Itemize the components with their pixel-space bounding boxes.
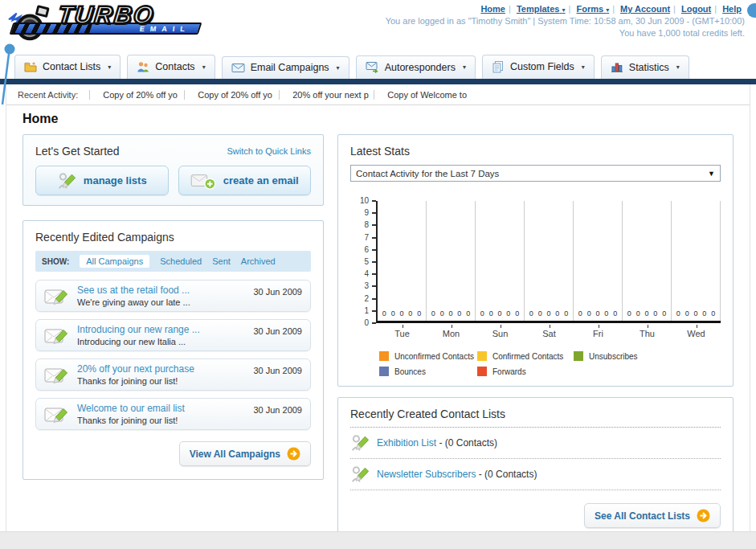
campaigns-panel-title: Recently Edited Campaigns (35, 231, 311, 244)
contact-lists-icon (24, 60, 37, 73)
page-title: Home (22, 112, 734, 126)
chart-plot-area: 00000000000000000000000000000000000 (376, 201, 721, 323)
data-point-label: 0 (578, 309, 582, 318)
data-point-label: 0 (676, 309, 680, 318)
campaign-title-link[interactable]: Introducing our new range ... (77, 324, 246, 335)
chevron-down-icon: ▾ (337, 64, 340, 72)
filter-sent[interactable]: Sent (212, 256, 231, 266)
chart-day-column: 00000 (574, 201, 623, 321)
chevron-down-icon: ▾ (463, 64, 466, 71)
tab-autoresponders[interactable]: Autoresponders▾ (356, 55, 476, 79)
data-point-label: 0 (391, 309, 395, 318)
arrow-right-icon (287, 447, 300, 461)
corner-dot-decoration (747, 3, 756, 18)
campaign-row[interactable]: Welcome to our email list Thanks for joi… (35, 398, 311, 430)
data-point-label: 0 (627, 309, 631, 318)
tab-custom-fields[interactable]: Custom Fields▾ (482, 55, 595, 79)
nav-divider-bar (0, 79, 756, 84)
campaign-row[interactable]: See us at the retail food ... We're givi… (35, 280, 311, 312)
data-point-label: 0 (382, 309, 386, 318)
header-link-templates[interactable]: Templates ▾ (517, 4, 566, 14)
custom-fields-icon (492, 60, 505, 73)
contact-list-row[interactable]: Newsletter Subscribers - (0 Contacts) (350, 459, 721, 490)
legend-label: Unconfirmed Contacts (394, 352, 474, 361)
campaign-date: 30 Jun 2009 (253, 405, 302, 415)
header-link-logout[interactable]: Logout (681, 4, 711, 14)
chevron-down-icon: ▾ (582, 64, 585, 71)
campaign-date: 30 Jun 2009 (253, 326, 302, 336)
turbo-email-logo[interactable]: TURBO EMAIL (6, 3, 200, 45)
see-all-contact-lists-button[interactable]: See All Contact Lists (584, 503, 721, 528)
data-point-label: 0 (604, 309, 608, 318)
tab-contact-lists[interactable]: Contact Lists▾ (14, 55, 121, 79)
stats-dropdown[interactable]: Contact Activity for the Last 7 Days ▼ (350, 165, 721, 182)
header-link-forms[interactable]: Forms ▾ (576, 4, 609, 14)
main-content: Home Let's Get Started Switch to Quick L… (6, 105, 750, 539)
create-an-email-button[interactable]: create an email (178, 166, 312, 195)
latest-stats-title: Latest Stats (350, 145, 721, 158)
filter-scheduled[interactable]: Scheduled (160, 256, 202, 266)
chevron-down-icon: ▾ (606, 6, 609, 14)
footer-strip (0, 531, 756, 549)
stats-dropdown-value: Contact Activity for the Last 7 Days (356, 169, 499, 178)
campaign-date: 30 Jun 2009 (253, 366, 302, 375)
data-point-label: 0 (408, 309, 412, 318)
x-axis-label: Tue (378, 325, 427, 338)
data-point-label: 0 (555, 309, 559, 318)
main-nav: Contact Lists▾ Contacts▾ Email Campaigns… (0, 50, 756, 79)
chart-day-column: 00000 (623, 201, 672, 321)
campaign-title-link[interactable]: Welcome to our email list (77, 403, 246, 414)
legend-swatch (477, 367, 487, 376)
get-started-title: Let's Get Started (35, 145, 120, 158)
x-axis-label: Sun (476, 325, 525, 338)
activity-item[interactable]: Copy of Welcome to (374, 90, 468, 100)
data-point-label: 0 (662, 309, 666, 318)
data-point-label: 0 (417, 309, 421, 318)
chart-day-column: 00000 (378, 201, 427, 321)
campaign-title-link[interactable]: 20% off your next purchase (77, 363, 246, 375)
contact-list-row[interactable]: Exhibition List - (0 Contacts) (350, 428, 721, 459)
campaign-subtitle: Introducing our new Italia ... (77, 337, 246, 346)
contact-list-link[interactable]: Newsletter Subscribers (377, 469, 476, 480)
header-link-home[interactable]: Home (480, 4, 505, 14)
data-point-label: 0 (613, 309, 617, 318)
data-point-label: 0 (529, 309, 533, 318)
activity-item-label: Copy of 20% off yo (198, 90, 272, 100)
tab-email-campaigns[interactable]: Email Campaigns▾ (222, 56, 349, 79)
see-all-contact-lists-label: See All Contact Lists (595, 510, 690, 522)
campaign-title-link[interactable]: See us at the retail food ... (77, 285, 246, 296)
autoresponders-icon (366, 61, 379, 73)
logo-string-decoration (0, 40, 16, 106)
data-point-label: 0 (489, 309, 493, 318)
activity-item[interactable]: Copy of 20% off yo (184, 90, 279, 100)
contact-list-count: - (0 Contacts) (479, 469, 537, 480)
contacts-icon (137, 60, 149, 73)
campaign-date: 30 Jun 2009 (253, 287, 302, 297)
legend-swatch (379, 351, 389, 361)
tab-statistics[interactable]: Statistics▾ (601, 55, 689, 79)
header-link-my-account[interactable]: My Account (620, 4, 670, 14)
manage-lists-button[interactable]: manage lists (35, 166, 169, 195)
statistics-icon (611, 61, 623, 73)
person-pencil-icon (350, 465, 370, 484)
switch-to-quick-links[interactable]: Switch to Quick Links (227, 146, 311, 156)
contact-list-link[interactable]: Exhibition List (377, 437, 436, 449)
envelope-plus-icon (190, 171, 216, 191)
data-point-label: 0 (515, 309, 519, 318)
data-point-label: 0 (693, 309, 697, 318)
activity-item-label: 20% off your next p (292, 90, 369, 100)
view-all-campaigns-button[interactable]: View All Campaigns (179, 441, 311, 466)
legend-item-bounces: Bounces (379, 367, 477, 376)
activity-item[interactable]: Copy of 20% off yo (89, 90, 184, 100)
filter-all-campaigns[interactable]: All Campaigns (80, 255, 149, 268)
data-point-label: 0 (480, 309, 484, 318)
filter-archived[interactable]: Archived (241, 256, 276, 266)
tab-contacts[interactable]: Contacts▾ (127, 55, 215, 79)
header-link-help[interactable]: Help (722, 4, 742, 14)
campaign-row[interactable]: Introducing our new range ... Introducin… (35, 319, 311, 351)
tab-label: Autoresponders (385, 62, 456, 73)
activity-item[interactable]: 20% off your next p (279, 90, 374, 100)
data-point-label: 0 (595, 309, 599, 318)
chart-day-column: 00000 (476, 201, 525, 321)
campaign-row[interactable]: 20% off your next purchase Thanks for jo… (35, 358, 311, 391)
